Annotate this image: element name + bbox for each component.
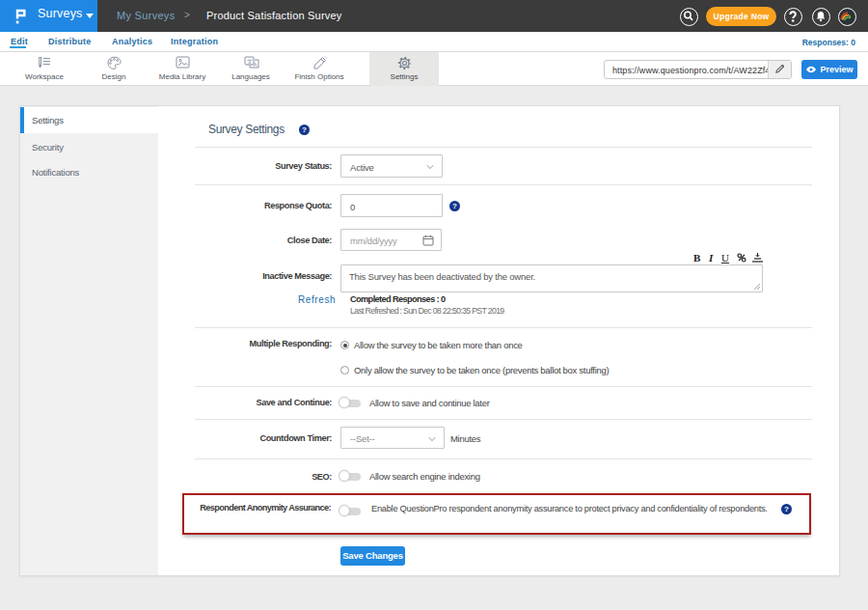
svg-text:文: 文 [247,58,253,65]
svg-text:A: A [254,62,258,68]
